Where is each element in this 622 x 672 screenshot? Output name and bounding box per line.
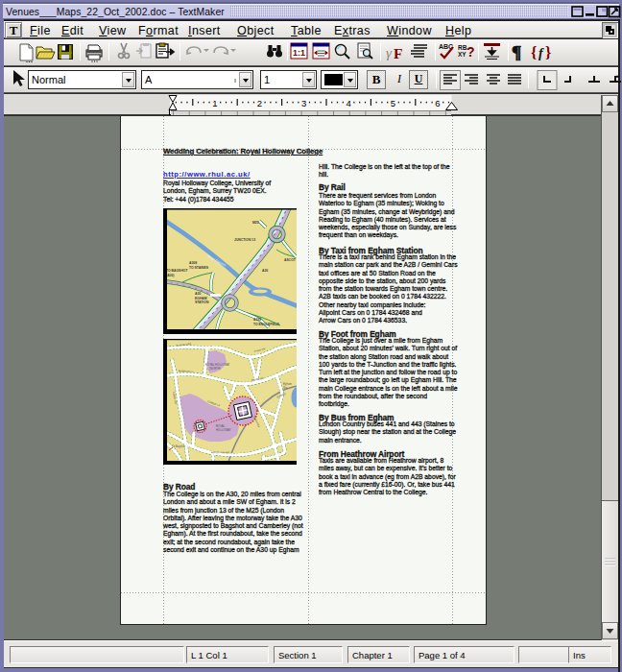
svg-text:γ: γ (386, 45, 393, 60)
svg-text:Sta: Sta (283, 386, 288, 390)
svg-text:F: F (394, 45, 402, 61)
svg-text:HOLLOWAY: HOLLOWAY (216, 428, 231, 432)
svg-text:¶: ¶ (512, 42, 521, 62)
svg-text:JUNCTION 13: JUNCTION 13 (234, 238, 255, 242)
svg-text:{: { (531, 44, 537, 60)
svg-text:4: 4 (346, 98, 350, 108)
svg-text:(A30): (A30) (166, 274, 174, 277)
svg-text:6: 6 (435, 98, 440, 108)
svg-text:Egham Hill A30: Egham Hill A30 (211, 450, 230, 455)
svg-text:?: ? (466, 44, 475, 60)
svg-text:TO ENGLEFIELD: TO ENGLEFIELD (253, 323, 280, 326)
svg-text:1: 1 (212, 98, 217, 108)
svg-text:f: f (538, 46, 544, 60)
svg-text:5: 5 (391, 98, 395, 108)
svg-text:3: 3 (301, 98, 306, 108)
svg-text:TO STAINES: TO STAINES (189, 266, 209, 270)
svg-text:A328: A328 (253, 318, 261, 322)
svg-text:2: 2 (257, 98, 262, 108)
svg-text:EGHAM: EGHAM (195, 297, 207, 300)
svg-text:A308: A308 (189, 261, 197, 265)
svg-text:M25: M25 (252, 221, 259, 225)
svg-text:To Bagshot: To Bagshot (172, 444, 185, 448)
svg-text:ASCOT: ASCOT (284, 258, 297, 262)
svg-text:XY: XY (458, 51, 466, 58)
svg-text:}: } (545, 44, 551, 60)
svg-text:STATION: STATION (195, 300, 209, 304)
svg-text:(NORTH): (NORTH) (209, 367, 221, 371)
svg-text:TO BAGSHOT: TO BAGSHOT (166, 269, 188, 273)
svg-text:1:1: 1:1 (293, 48, 305, 58)
svg-text:A30: A30 (262, 269, 268, 273)
svg-text:A30: A30 (195, 292, 201, 296)
